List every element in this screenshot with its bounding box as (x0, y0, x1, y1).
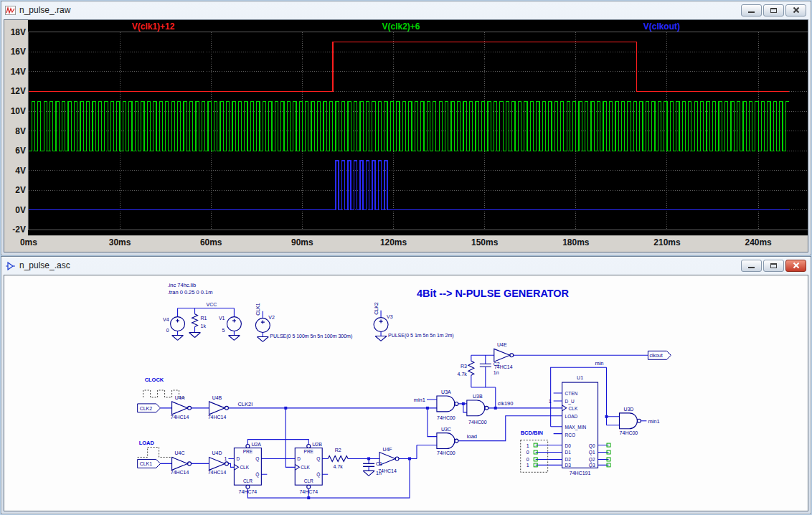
x-tick-label: 60ms (200, 237, 222, 247)
v1-ref[interactable]: V1 (219, 316, 225, 321)
schematic-titlebar[interactable]: n_pulse_.asc (1, 257, 811, 274)
minimize-button[interactable] (741, 4, 762, 16)
directive-inc[interactable]: .inc 74hc.lib (168, 282, 197, 288)
nand-u3a-u3b[interactable]: min1 U3A 74HC00 U3B 74HC00 clk190 (414, 387, 562, 425)
u4c-type[interactable]: 74HC14 (171, 470, 189, 475)
u2b-clr: CLR (304, 478, 313, 483)
schematic-pane[interactable]: .inc 74hc.lib .tran 0 0.25 0 0.1m 4Bit -… (4, 275, 808, 511)
u2b-q: Q (316, 456, 320, 462)
u4f-type[interactable]: 74HC14 (378, 468, 397, 473)
x-tick-label: 0ms (20, 237, 37, 247)
y-tick-label: 18V (11, 27, 26, 37)
u3a-ref[interactable]: U3A (441, 389, 451, 394)
u4c-ref[interactable]: U4C (175, 450, 185, 455)
load-sketch (138, 448, 175, 458)
edge-detector[interactable]: R3 4.7k C2 1n U4E 74HC14 clkout (458, 342, 671, 387)
v4-value[interactable]: 0 (166, 328, 169, 333)
u4e-type[interactable]: 74HC14 (494, 364, 513, 369)
counter-u1[interactable]: min 1 CTEN D_U CLK LOAD MAX_MIN RCO D0 D… (521, 360, 620, 476)
v1-value[interactable]: 5 (222, 328, 225, 333)
u4d-type[interactable]: 74HC14 (208, 470, 227, 475)
maximize-button[interactable] (763, 260, 784, 272)
power-sources[interactable]: VCC V4 0 R1 1k V1 5 CLK1 V2 PULSE (163, 302, 454, 342)
u2b-type[interactable]: 74HC74 (299, 489, 318, 494)
u2a-type[interactable]: 74HC74 (239, 489, 258, 494)
maximize-icon (764, 5, 783, 16)
u1-ref[interactable]: U1 (577, 375, 583, 380)
u3b-ref[interactable]: U3B (473, 394, 483, 399)
y-tick-label: 12V (11, 86, 26, 96)
u3b-type[interactable]: 74HC00 (468, 420, 487, 425)
u3d-ref[interactable]: U3D (623, 407, 633, 412)
u4e-ref[interactable]: U4E (497, 342, 507, 347)
schematic-canvas[interactable]: .inc 74hc.lib .tran 0 0.25 0 0.1m 4Bit -… (4, 275, 808, 511)
r2-ref[interactable]: R2 (335, 448, 341, 453)
close-button[interactable] (785, 260, 806, 272)
u2b-ref[interactable]: U2B (312, 442, 322, 447)
r1-value[interactable]: 1k (201, 323, 207, 329)
u1-q1: Q1 (589, 450, 595, 455)
u4a-ref[interactable]: U4A (175, 395, 185, 400)
minimize-icon (742, 260, 761, 271)
u1-q0: Q0 (589, 443, 595, 449)
u4f-ref[interactable]: U4F (382, 447, 392, 452)
u1-type[interactable]: 74HC191 (570, 471, 591, 476)
u4b-ref[interactable]: U4B (212, 395, 222, 400)
minimize-button[interactable] (741, 260, 762, 272)
net-min1-out: min1 (648, 418, 659, 425)
port-clk1-label: CLK1 (140, 461, 153, 466)
r3-ref[interactable]: R3 (461, 364, 467, 369)
u4b-type[interactable]: 74HC14 (208, 415, 227, 420)
v2-value[interactable]: PULSE(0 5 100m 5n 5n 100m 300m) (270, 334, 352, 339)
v4-ref[interactable]: V4 (163, 317, 169, 322)
legend-V(clkout)[interactable]: V(clkout) (643, 22, 680, 32)
waveform-plot[interactable]: 18V16V14V12V10V8V6V4V2V0V-2V0ms30ms60ms9… (4, 20, 808, 252)
schematic-title[interactable]: 4Bit --> N-PULSE GENERATOR (417, 288, 570, 299)
y-tick-label: 4V (15, 166, 26, 176)
waveform-pane[interactable]: 18V16V14V12V10V8V6V4V2V0V-2V0ms30ms60ms9… (4, 19, 808, 252)
u1-clk: CLK (569, 406, 578, 411)
nand-u3d[interactable]: U3D 74HC00 min1 (619, 407, 659, 435)
legend-V(clk1)+12[interactable]: V(clk1)+12 (132, 22, 175, 32)
clk1-chain[interactable]: CLK1 U4C 74HC14 U4D 74HC14 (138, 450, 235, 475)
u4d-ref[interactable]: U4D (212, 450, 222, 455)
bit-d1: 0 (527, 450, 529, 455)
net-min: min (595, 360, 603, 367)
u2a-ref[interactable]: U2A (251, 442, 261, 447)
v3-value[interactable]: PULSE(0 5 1m 5n 5n 1m 2m) (388, 333, 454, 339)
net-clk190: clk190 (498, 400, 514, 407)
r3-value[interactable]: 4.7k (458, 372, 468, 377)
maximize-button[interactable] (763, 4, 784, 16)
v3-ref[interactable]: V3 (387, 314, 393, 319)
u2a-clk: CLK (240, 465, 249, 470)
waveform-titlebar[interactable]: n_pulse_.raw (1, 1, 811, 19)
v2-ref[interactable]: V2 (268, 315, 275, 320)
u2b-d: D (297, 456, 301, 461)
u1-d3: D3 (565, 463, 572, 468)
clk2-chain[interactable]: CLK2 U4A 74HC14 U4B 74HC14 CLK2I (138, 395, 437, 467)
u1-d1: D1 (565, 450, 572, 455)
u1-d2: D2 (565, 457, 572, 462)
c2-value[interactable]: 1n (494, 370, 499, 375)
u3d-type[interactable]: 74HC00 (620, 430, 638, 435)
close-icon (786, 260, 806, 271)
u2a-qb: Q̄ (255, 472, 259, 478)
u3a-type[interactable]: 74HC00 (437, 415, 455, 420)
r1-ref[interactable]: R1 (201, 316, 207, 321)
directive-tran[interactable]: .tran 0 0.25 0 0.1m (168, 289, 213, 296)
u3c-type[interactable]: 74HC00 (437, 450, 455, 455)
y-tick-label: 6V (15, 146, 26, 156)
net-load: load (467, 433, 477, 440)
u4a-type[interactable]: 74HC14 (171, 415, 189, 420)
port-clkout-label: clkout (649, 353, 662, 358)
close-icon (786, 5, 806, 16)
y-tick-label: 14V (11, 67, 26, 77)
x-tick-label: 210ms (653, 237, 681, 247)
net-min1-in: min1 (414, 397, 425, 403)
y-tick-label: -2V (12, 225, 26, 235)
legend-V(clk2)+6[interactable]: V(clk2)+6 (382, 22, 420, 32)
u3c-ref[interactable]: U3C (441, 427, 451, 432)
bcd-bin-label: BCD/BIN (521, 430, 543, 436)
r2-value[interactable]: 4.7k (334, 464, 344, 469)
close-button[interactable] (785, 4, 806, 16)
